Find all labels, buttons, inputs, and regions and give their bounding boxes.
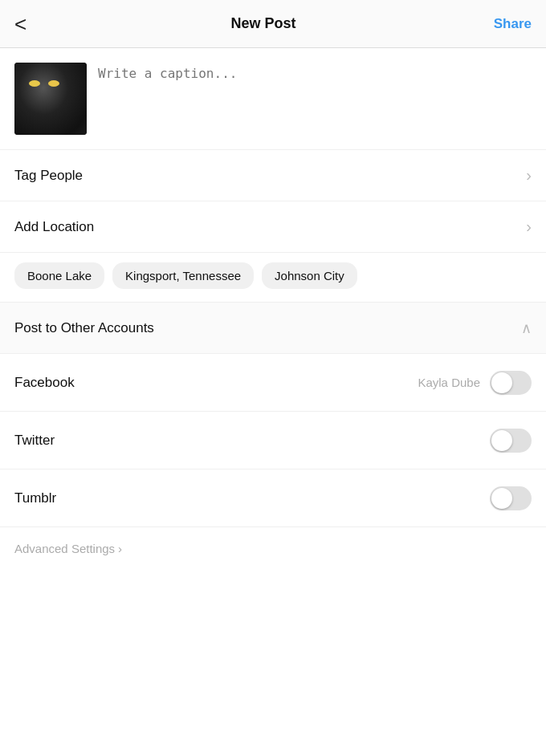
page-title: New Post: [33, 15, 494, 32]
post-to-other-accounts-row[interactable]: Post to Other Accounts ∧: [0, 303, 546, 354]
header: < New Post Share: [0, 0, 546, 48]
tumblr-label: Tumblr: [14, 490, 490, 506]
post-to-other-accounts-chevron-icon: ∧: [521, 319, 532, 337]
tumblr-toggle[interactable]: [490, 486, 532, 510]
twitter-row: Twitter: [0, 412, 546, 469]
caption-input[interactable]: [98, 63, 532, 122]
add-location-label: Add Location: [14, 219, 94, 235]
add-location-chevron-icon: ›: [526, 217, 532, 236]
location-chip-0[interactable]: Boone Lake: [14, 262, 104, 289]
tag-people-label: Tag People: [14, 168, 83, 184]
add-location-row[interactable]: Add Location ›: [0, 201, 546, 253]
post-to-other-accounts-label: Post to Other Accounts: [14, 320, 154, 336]
facebook-label: Facebook: [14, 375, 418, 391]
facebook-account-name: Kayla Dube: [418, 376, 480, 389]
facebook-toggle[interactable]: [490, 371, 532, 395]
share-button[interactable]: Share: [494, 16, 532, 32]
location-chip-1[interactable]: Kingsport, Tennessee: [112, 262, 254, 289]
location-chip-2[interactable]: Johnson City: [262, 262, 357, 289]
location-suggestions: Boone Lake Kingsport, Tennessee Johnson …: [0, 253, 546, 303]
advanced-settings-label: Advanced Settings: [14, 542, 115, 555]
twitter-label: Twitter: [14, 433, 490, 449]
advanced-settings-chevron-icon: ›: [118, 542, 122, 555]
tag-people-row[interactable]: Tag People ›: [0, 150, 546, 201]
advanced-settings-row[interactable]: Advanced Settings ›: [0, 527, 546, 570]
tumblr-row: Tumblr: [0, 469, 546, 527]
post-image: [14, 63, 87, 135]
twitter-toggle[interactable]: [490, 429, 532, 453]
caption-row: [0, 48, 546, 150]
back-button[interactable]: <: [14, 10, 33, 38]
facebook-row: Facebook Kayla Dube: [0, 354, 546, 412]
tag-people-chevron-icon: ›: [526, 166, 532, 185]
